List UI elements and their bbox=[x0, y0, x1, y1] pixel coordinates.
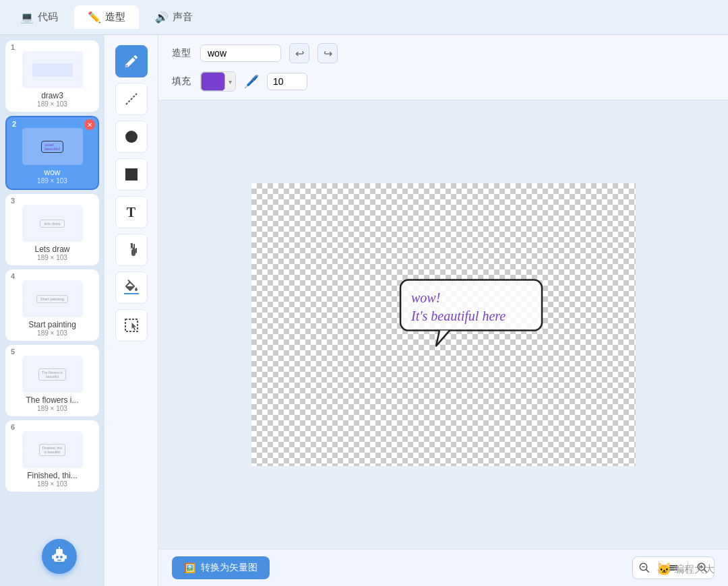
tool-fill[interactable] bbox=[115, 271, 148, 304]
sprite-item-3[interactable]: 3 lets draw Lets draw 189 × 103 bbox=[5, 194, 99, 265]
svg-rect-3 bbox=[125, 168, 138, 181]
sprite-thumb-3: lets draw bbox=[22, 205, 83, 242]
shape-icon: ✏️ bbox=[88, 11, 101, 24]
sprite-name-4: Start painting bbox=[28, 320, 76, 329]
tab-shape[interactable]: ✏️ 造型 bbox=[74, 5, 139, 29]
sprite-name-5: The flowers i... bbox=[26, 395, 78, 405]
shape-name-row: 造型 ↩ ↪ bbox=[172, 43, 715, 63]
svg-point-21 bbox=[56, 556, 59, 558]
sprite-item-6[interactable]: 6 Finished, thisis beautiful Finished, t… bbox=[5, 420, 99, 492]
sprite-size-3: 189 × 103 bbox=[37, 254, 67, 261]
convert-vector-btn[interactable]: 🖼️ 转换为矢量图 bbox=[172, 556, 270, 579]
speech-thumb-2: wow!beautiful bbox=[41, 141, 63, 153]
sprite-name-2: wow bbox=[44, 168, 60, 177]
tool-brush[interactable] bbox=[115, 45, 148, 77]
shape-name-input[interactable] bbox=[200, 44, 281, 62]
sprite-thumb-2: wow!beautiful bbox=[22, 128, 83, 165]
convert-label: 转换为矢量图 bbox=[201, 562, 257, 574]
tab-bar: 💻 代码 ✏️ 造型 🔊 声音 bbox=[0, 0, 728, 35]
canvas-container: wow! It's beautiful here bbox=[251, 183, 636, 466]
sprite-name-1: draw3 bbox=[41, 91, 63, 100]
color-swatch bbox=[201, 72, 225, 91]
sprite-size-2: 189 × 103 bbox=[37, 177, 67, 185]
sprite-thumb-1 bbox=[22, 51, 83, 88]
tab-shape-label: 造型 bbox=[105, 11, 125, 24]
sprite-number-1: 1 bbox=[11, 43, 15, 51]
sidebar: 1 draw3 189 × 103 2 ✕ wow!beautiful wow … bbox=[0, 35, 104, 586]
svg-text:wow!: wow! bbox=[411, 290, 440, 305]
code-icon: 💻 bbox=[20, 11, 34, 24]
sprite-number-3: 3 bbox=[11, 197, 15, 205]
sprite-name-3: Lets draw bbox=[34, 245, 69, 254]
sprite-thumb-6: Finished, thisis beautiful bbox=[22, 431, 83, 468]
right-content: 造型 ↩ ↪ 填充 ▾ 🖊️ bbox=[158, 35, 728, 586]
tab-code-label: 代码 bbox=[38, 11, 58, 24]
robot-btn[interactable] bbox=[42, 539, 77, 574]
svg-rect-20 bbox=[56, 549, 63, 554]
tab-code[interactable]: 💻 代码 bbox=[7, 5, 71, 29]
sprite-number-5: 5 bbox=[11, 348, 15, 356]
svg-point-0 bbox=[125, 65, 128, 67]
sprite-size-6: 189 × 103 bbox=[37, 480, 67, 488]
speech-bubble: wow! It's beautiful here bbox=[399, 279, 547, 356]
sprite-number-4: 4 bbox=[11, 272, 15, 280]
svg-text:It's beautiful here: It's beautiful here bbox=[411, 308, 506, 324]
svg-line-1 bbox=[126, 94, 137, 104]
undo-btn[interactable]: ↩ bbox=[289, 43, 309, 63]
color-picker[interactable]: ▾ bbox=[200, 71, 236, 92]
watermark-icon: 🐱 bbox=[657, 562, 671, 577]
svg-point-22 bbox=[60, 556, 63, 558]
tool-pointer[interactable] bbox=[115, 234, 148, 266]
sprite-item-1[interactable]: 1 draw3 189 × 103 bbox=[5, 40, 99, 112]
fill-label: 填充 bbox=[172, 75, 192, 88]
zoom-out-btn[interactable] bbox=[633, 557, 656, 579]
tab-sound-label: 声音 bbox=[173, 11, 193, 24]
redo-btn[interactable]: ↪ bbox=[317, 43, 338, 63]
fill-stroke-row: 填充 ▾ 🖊️ bbox=[172, 71, 715, 92]
sprite-item-4[interactable]: 4 Start painting Start painting 189 × 10… bbox=[5, 269, 99, 341]
sprite-size-1: 189 × 103 bbox=[37, 100, 67, 108]
svg-rect-23 bbox=[57, 560, 61, 561]
bottom-bar: 🖼️ 转换为矢量图 bbox=[158, 549, 728, 586]
sprite-item-5[interactable]: 5 The flowers isbeautiful The flowers i.… bbox=[5, 345, 99, 416]
convert-icon: 🖼️ bbox=[184, 562, 195, 573]
tool-rect[interactable] bbox=[115, 158, 148, 191]
svg-point-2 bbox=[125, 131, 138, 143]
main-layout: 1 draw3 189 × 103 2 ✕ wow!beautiful wow … bbox=[0, 35, 728, 586]
svg-rect-5 bbox=[125, 319, 138, 331]
shape-label: 造型 bbox=[172, 47, 192, 59]
watermark-text: 编程大大 bbox=[674, 563, 715, 576]
sprite-thumb-5: The flowers isbeautiful bbox=[22, 356, 83, 393]
stroke-input[interactable] bbox=[267, 73, 307, 90]
stroke-icon: 🖊️ bbox=[244, 74, 259, 89]
property-bar: 造型 ↩ ↪ 填充 ▾ 🖊️ bbox=[158, 35, 728, 100]
svg-line-11 bbox=[646, 570, 649, 573]
sprite-item-2[interactable]: 2 ✕ wow!beautiful wow 189 × 103 bbox=[5, 116, 99, 190]
sprite-size-4: 189 × 103 bbox=[37, 329, 67, 337]
canvas-bg[interactable]: wow! It's beautiful here bbox=[251, 183, 636, 466]
tool-text[interactable]: T bbox=[115, 196, 148, 228]
sprite-close-2[interactable]: ✕ bbox=[84, 119, 95, 130]
sound-icon: 🔊 bbox=[155, 11, 169, 24]
sprite-name-6: Finished, thi... bbox=[27, 471, 78, 480]
tools-panel: T bbox=[104, 35, 158, 586]
color-arrow[interactable]: ▾ bbox=[225, 72, 235, 91]
tool-line[interactable] bbox=[115, 83, 148, 115]
sprite-number-2: 2 bbox=[12, 120, 16, 128]
tool-circle[interactable] bbox=[115, 121, 148, 153]
sprite-size-5: 189 × 103 bbox=[37, 405, 67, 412]
svg-rect-25 bbox=[65, 555, 67, 559]
canvas-area: wow! It's beautiful here bbox=[158, 100, 728, 549]
watermark: 🐱 编程大大 bbox=[657, 562, 715, 577]
tool-select[interactable] bbox=[115, 309, 148, 341]
svg-rect-24 bbox=[52, 555, 54, 559]
tab-sound[interactable]: 🔊 声音 bbox=[142, 5, 206, 29]
sprite-number-6: 6 bbox=[11, 423, 15, 431]
sprite-thumb-4: Start painting bbox=[22, 280, 83, 317]
svg-rect-4 bbox=[124, 293, 139, 294]
